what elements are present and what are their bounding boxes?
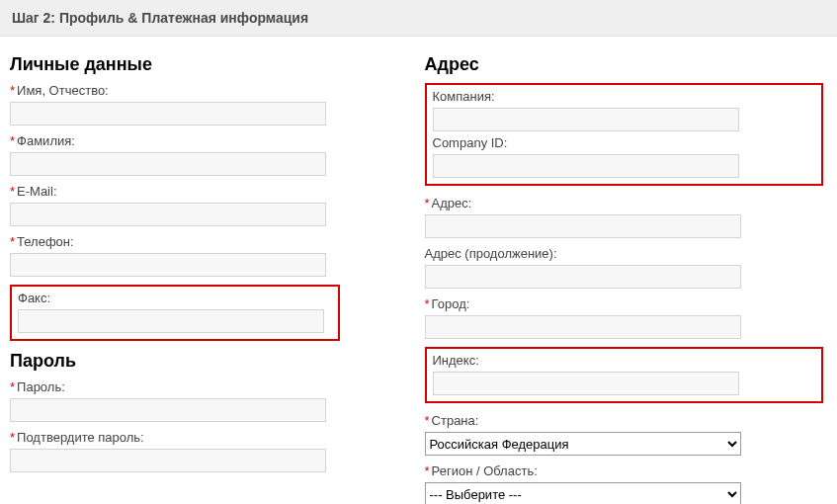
field-password: *Пароль: (10, 379, 340, 422)
city-label: *Город: (425, 296, 824, 311)
password-title: Пароль (10, 351, 340, 372)
company-id-input[interactable] (433, 154, 739, 178)
password-label: *Пароль: (10, 379, 340, 394)
highlight-index: Индекс: (425, 347, 824, 403)
region-label: *Регион / Область: (425, 463, 824, 478)
phone-input[interactable] (10, 253, 326, 277)
company-label: Компания: (433, 89, 816, 104)
address1-label: *Адрес: (425, 196, 824, 210)
confirm-password-input[interactable] (10, 449, 326, 472)
field-lastname: *Фамилия: (10, 133, 340, 176)
field-fax: Факс: (18, 291, 332, 333)
field-index: Индекс: (433, 353, 816, 395)
field-region: *Регион / Область: --- Выберите --- (425, 463, 824, 504)
confirm-password-label: *Подтвердите пароль: (10, 430, 340, 445)
lastname-input[interactable] (10, 152, 326, 176)
field-confirm-password: *Подтвердите пароль: (10, 430, 340, 472)
step-header: Шаг 2: Профиль & Платежная информация (0, 0, 837, 37)
field-company: Компания: (433, 89, 816, 131)
region-select[interactable]: --- Выберите --- (425, 482, 741, 504)
column-left: Личные данные *Имя, Отчество: *Фамилия: … (10, 48, 419, 504)
phone-label: *Телефон: (10, 234, 340, 249)
email-input[interactable] (10, 203, 326, 226)
fax-input[interactable] (18, 309, 324, 333)
firstname-label: *Имя, Отчество: (10, 83, 340, 98)
personal-data-title: Личные данные (10, 54, 340, 75)
field-country: *Страна: Российская Федерация (425, 413, 824, 456)
field-firstname: *Имя, Отчество: (10, 83, 340, 126)
highlight-company: Компания: Company ID: (425, 83, 824, 186)
index-label: Индекс: (433, 353, 816, 368)
column-right: Адрес Компания: Company ID: *Адрес: Адре… (419, 48, 828, 504)
lastname-label: *Фамилия: (10, 133, 340, 148)
company-input[interactable] (433, 108, 739, 131)
address2-label: Адрес (продолжение): (425, 246, 824, 261)
password-input[interactable] (10, 398, 326, 422)
address1-input[interactable] (425, 214, 741, 238)
form-area: Личные данные *Имя, Отчество: *Фамилия: … (0, 37, 837, 504)
country-select[interactable]: Российская Федерация (425, 432, 741, 456)
index-input[interactable] (433, 372, 739, 395)
field-company-id: Company ID: (433, 135, 816, 178)
field-phone: *Телефон: (10, 234, 340, 277)
firstname-input[interactable] (10, 102, 326, 126)
field-city: *Город: (425, 296, 824, 339)
address2-input[interactable] (425, 265, 741, 289)
country-label: *Страна: (425, 413, 824, 428)
fax-label: Факс: (18, 291, 332, 305)
field-address1: *Адрес: (425, 196, 824, 238)
email-label: *E-Mail: (10, 184, 340, 199)
company-id-label: Company ID: (433, 135, 816, 150)
field-address2: Адрес (продолжение): (425, 246, 824, 289)
highlight-fax: Факс: (10, 285, 340, 341)
city-input[interactable] (425, 315, 741, 339)
field-email: *E-Mail: (10, 184, 340, 226)
address-title: Адрес (425, 54, 824, 75)
